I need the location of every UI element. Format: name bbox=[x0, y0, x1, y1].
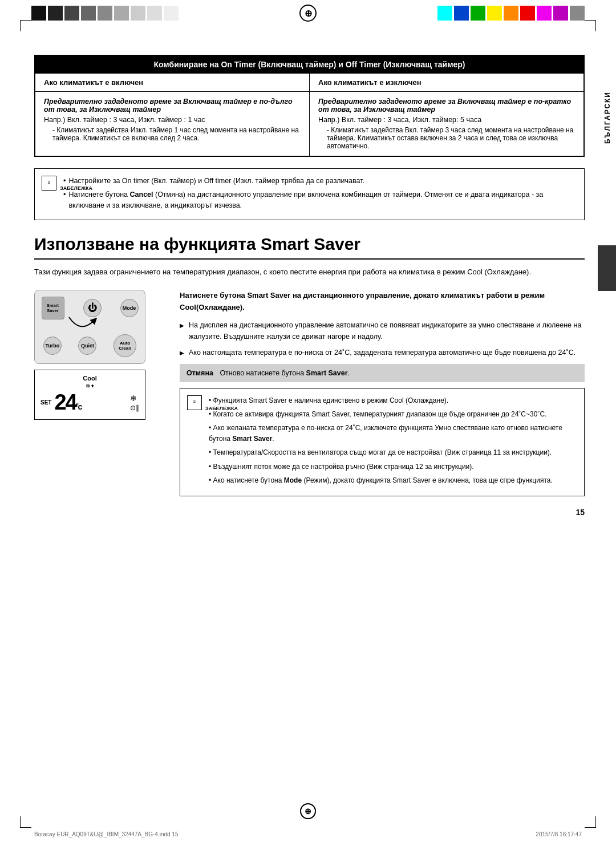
timer-section: Комбиниране на On Timer (Включващ таймер… bbox=[34, 55, 585, 157]
print-marks-left bbox=[31, 6, 179, 21]
timer-table: Ако климатикът е включен Ако климатикът … bbox=[35, 74, 584, 156]
note-label-2: ЗАБЕЛЕЖКА bbox=[205, 404, 238, 412]
instruction-title: Натиснете бутона Smart Saver на дистанци… bbox=[180, 290, 585, 314]
compass-mark-bottom: ⊕ bbox=[300, 803, 316, 819]
note1-item1: • Настройките за On timer (Вкл. таймер) … bbox=[63, 176, 576, 187]
note2-item6: Ако натиснете бутона Mode (Режим), докат… bbox=[209, 475, 576, 486]
cancel-text: Отново натиснете бутона bbox=[220, 369, 304, 377]
display-row: SET 24˚c ❄ ⊙∥ bbox=[40, 390, 139, 415]
note2-item2: Когато се активира функцията Smart Saver… bbox=[209, 409, 576, 420]
swatch-blue bbox=[454, 6, 469, 21]
timer-col2-content: Предварително зададеното време за Включв… bbox=[310, 92, 584, 156]
swatch-gray bbox=[570, 6, 585, 21]
intro-text: Тази функция задава ограничението на тем… bbox=[34, 266, 585, 278]
black-sq-3 bbox=[64, 6, 79, 21]
col1-detail: - Климатикът задейства Изкл. таймер 1 ча… bbox=[44, 126, 301, 142]
display-icons: ❄ ⊙∥ bbox=[130, 394, 139, 412]
print-marks-right bbox=[437, 6, 585, 21]
corner-mark-br bbox=[585, 816, 596, 828]
cancel-label: Отмяна bbox=[187, 369, 213, 377]
note-icon-2: ≡ bbox=[187, 395, 202, 410]
swatch-red bbox=[520, 6, 535, 21]
col1-example: Напр.) Вкл. таймер : 3 часа, Изкл. тайме… bbox=[44, 116, 301, 124]
gray-sq-6 bbox=[164, 6, 179, 21]
gray-sq-4 bbox=[131, 6, 145, 21]
col2-italic: Предварително зададеното време за Включв… bbox=[318, 98, 575, 114]
col2-detail: - Климатикът задейства Вкл. таймер 3 час… bbox=[318, 126, 575, 150]
note-label-1: ЗАБЕЛЕЖКА bbox=[60, 185, 92, 193]
swatch-cyan bbox=[437, 6, 452, 21]
display-box: Cool ❄✦ SET 24˚c ❄ ⊙∥ bbox=[34, 370, 145, 420]
remote-bottom-row: Turbo Quiet AutoClean bbox=[40, 334, 139, 357]
col1-italic: Предварително зададеното време за Включв… bbox=[44, 98, 301, 114]
right-col: Натиснете бутона Smart Saver на дистанци… bbox=[180, 290, 585, 496]
swatch-green bbox=[471, 6, 485, 21]
timer-col1-header: Ако климатикът е включен bbox=[35, 74, 310, 92]
footer-file: Boracay EUR_AQ09T&U@_IBIM_32447A_BG-4.in… bbox=[34, 831, 179, 837]
swatch-magenta bbox=[537, 6, 552, 21]
black-sq-2 bbox=[48, 6, 63, 21]
timer-col2-header: Ако климатикът е изключен bbox=[310, 74, 584, 92]
gray-sq-3 bbox=[114, 6, 129, 21]
note-box-2: ≡ ЗАБЕЛЕЖКА Функцията Smart Saver е нали… bbox=[180, 388, 585, 496]
turbo-button[interactable]: Turbo bbox=[43, 337, 62, 355]
swatch-purple bbox=[553, 6, 568, 21]
main-two-col: SmartSaver ⏻ Mode bbox=[34, 290, 585, 496]
swipe-indicator bbox=[66, 314, 98, 337]
display-set-label: SET bbox=[40, 399, 51, 406]
compass-mark: ⊕ bbox=[299, 5, 317, 22]
remote-control: SmartSaver ⏻ Mode bbox=[34, 290, 145, 364]
cancel-bold: Smart Saver bbox=[306, 369, 348, 377]
left-col: SmartSaver ⏻ Mode bbox=[34, 290, 165, 496]
bullet-1: На дисплея на дистанционното управление … bbox=[180, 319, 585, 342]
page-number: 15 bbox=[34, 508, 585, 517]
footer: Boracay EUR_AQ09T&U@_IBIM_32447A_BG-4.in… bbox=[34, 831, 582, 837]
display-cool-label: Cool bbox=[40, 375, 139, 382]
footer-date: 2015/7/8 16:17:47 bbox=[536, 831, 582, 837]
gray-sq-5 bbox=[147, 6, 162, 21]
note-box-1: ≡ ЗАБЕЛЕЖКА • Настройките за On timer (В… bbox=[34, 168, 585, 220]
gray-sq-2 bbox=[98, 6, 112, 21]
language-label: БЪЛГАРСКИ bbox=[601, 86, 614, 149]
mode-button[interactable]: Mode bbox=[120, 299, 139, 317]
smart-saver-button[interactable]: SmartSaver bbox=[42, 297, 64, 319]
black-sq-1 bbox=[31, 6, 46, 21]
quiet-button[interactable]: Quiet bbox=[78, 337, 96, 355]
display-snowflake: ❄✦ bbox=[40, 383, 139, 389]
swatch-yellow bbox=[487, 6, 502, 21]
timer-title: Комбиниране на On Timer (Включващ таймер… bbox=[35, 55, 584, 74]
swatch-orange bbox=[504, 6, 518, 21]
note2-item4: Температурата/Скоростта на вентилатора с… bbox=[209, 447, 576, 458]
gray-sq-1 bbox=[81, 6, 96, 21]
note2-item3: Ако желаната температура е по-ниска от 2… bbox=[209, 423, 576, 444]
col2-example: Напр.) Вкл. таймер : 3 часа, Изкл. тайме… bbox=[318, 116, 575, 124]
note2-item5: Въздушният поток може да се настройва ръ… bbox=[209, 462, 576, 472]
note-icon-1: ≡ bbox=[42, 176, 56, 191]
timer-col1-content: Предварително зададеното време за Включв… bbox=[35, 92, 310, 156]
cancel-note: Отмяна Отново натиснете бутона Smart Sav… bbox=[180, 364, 585, 382]
note1-item2: • Натиснете бутона Cancel (Отмяна) на ди… bbox=[63, 189, 576, 211]
main-title: Използване на функцията Smart Saver bbox=[34, 234, 585, 260]
display-temperature: 24˚c bbox=[54, 390, 81, 415]
corner-mark-bl bbox=[20, 816, 31, 828]
bullet-2: Ако настоящата температура е по-ниска от… bbox=[180, 347, 585, 358]
auto-clean-button[interactable]: AutoClean bbox=[114, 334, 136, 357]
note2-item1: Функцията Smart Saver е налична единстве… bbox=[209, 395, 576, 406]
